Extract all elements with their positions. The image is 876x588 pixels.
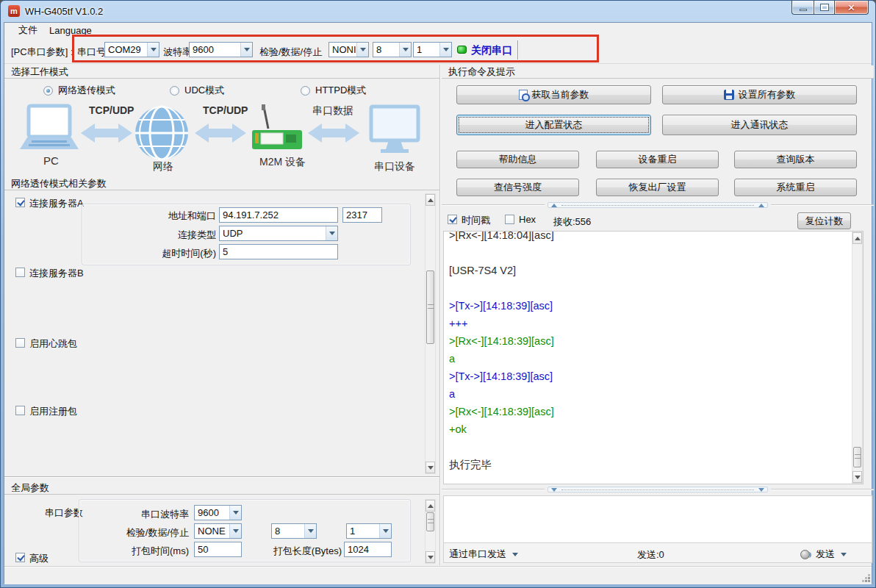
scroll-up-icon[interactable] <box>426 500 435 512</box>
close-button[interactable]: ✕ <box>835 1 869 15</box>
serial-settings-highlight <box>72 35 599 62</box>
button-label: 设置所有参数 <box>739 88 796 101</box>
server-a-port-input[interactable]: 2317 <box>342 207 382 223</box>
global-stopbits-combo[interactable]: 1 <box>346 523 392 539</box>
scrollbar-thumb[interactable] <box>853 447 861 467</box>
conn-type-value: UDP <box>220 226 326 240</box>
global-baud-label: 串口波特率 <box>108 508 189 521</box>
chevron-down-icon[interactable] <box>304 524 316 538</box>
arrow-icon <box>81 123 132 143</box>
timeout-input[interactable]: 5 <box>219 244 338 259</box>
addr-port-label: 地址和端口 <box>121 209 216 223</box>
menu-file[interactable]: 文件 <box>13 23 43 37</box>
button-label: 获取当前参数 <box>532 88 589 101</box>
enter-config-button[interactable]: 进入配置状态 <box>456 115 651 135</box>
radio-httpd-mode[interactable]: HTTPD模式 <box>301 84 366 97</box>
splitter-handle[interactable] <box>548 202 768 208</box>
log-line: >[Tx->][14:18:39][asc] <box>449 297 863 315</box>
chevron-down-icon[interactable] <box>229 506 241 520</box>
chevron-down-icon[interactable] <box>326 226 337 240</box>
system-restart-button[interactable]: 系统重启 <box>734 179 857 196</box>
m2m-device-icon <box>252 104 302 149</box>
server-a-checkbox[interactable]: 连接服务器A <box>15 198 84 210</box>
button-label: 进入配置状态 <box>525 118 583 132</box>
chevron-down-icon[interactable] <box>379 524 391 538</box>
packlen-input[interactable]: 1024 <box>344 542 392 557</box>
query-version-button[interactable]: 查询版本 <box>734 151 857 168</box>
help-button[interactable]: 帮助信息 <box>456 151 579 168</box>
resize-grip[interactable] <box>861 573 870 582</box>
chevron-down-icon[interactable] <box>229 524 241 538</box>
log-output[interactable]: >[Rx<-][14:18:04][asc] [USR-7S4 V2] >[Tx… <box>443 231 864 484</box>
global-baud-value: 9600 <box>195 506 229 520</box>
global-stopbits-value: 1 <box>347 524 379 538</box>
splitter-handle[interactable] <box>548 487 768 492</box>
window-title: WH-G405tf V1.0.2 <box>25 6 103 17</box>
global-params-section-title: 全局参数 <box>4 481 439 495</box>
factory-reset-button[interactable]: 恢复出厂设置 <box>596 179 719 196</box>
minimize-button[interactable] <box>791 1 814 15</box>
window-controls: ✕ <box>791 1 869 15</box>
query-signal-button[interactable]: 查信号强度 <box>456 179 579 196</box>
global-scrollbar[interactable] <box>425 499 436 564</box>
reset-count-button[interactable]: 复位计数 <box>797 212 851 229</box>
pc-serial-params-label: [PC串口参数] : <box>11 46 73 59</box>
enter-comm-button[interactable]: 进入通讯状态 <box>662 115 857 135</box>
log-splitter[interactable] <box>442 202 874 208</box>
send-input[interactable] <box>443 495 872 542</box>
title-bar[interactable]: m WH-G405tf V1.0.2 ✕ <box>1 1 875 22</box>
link2-label: TCP/UDP <box>203 104 248 116</box>
link1-label: TCP/UDP <box>89 104 134 116</box>
radio-label: UDC模式 <box>184 84 224 97</box>
panel-divider[interactable] <box>439 65 440 565</box>
timestamp-checkbox[interactable]: 时间戳 <box>448 215 490 227</box>
packtime-input[interactable]: 50 <box>194 542 242 557</box>
get-params-button[interactable]: 获取当前参数 <box>456 85 651 104</box>
chevron-down-icon <box>512 553 518 559</box>
radio-net-transparent-mode[interactable]: 网络透传模式 <box>43 84 115 97</box>
global-parity-combo[interactable]: NONE <box>194 523 242 539</box>
server-a-address-input[interactable]: 94.191.7.252 <box>219 207 338 223</box>
network-globe-icon <box>135 107 188 159</box>
set-params-button[interactable]: 设置所有参数 <box>662 85 857 104</box>
conn-type-combo[interactable]: UDP <box>219 226 338 241</box>
radio-udc-mode[interactable]: UDC模式 <box>170 84 224 97</box>
scroll-down-icon[interactable] <box>426 551 435 563</box>
scrollbar-thumb[interactable] <box>426 270 434 344</box>
scrollbar-thumb[interactable] <box>426 512 434 531</box>
collapse-up-icon <box>758 201 764 207</box>
global-databits-value: 8 <box>272 524 304 538</box>
collapse-down-icon <box>551 488 557 495</box>
log-line: >[Rx<-][14:18:04][asc] <box>449 231 863 244</box>
device-restart-button[interactable]: 设备重启 <box>596 151 719 168</box>
regpack-checkbox[interactable]: 启用注册包 <box>15 406 77 418</box>
checkbox-icon <box>505 215 514 224</box>
scroll-up-icon[interactable] <box>426 194 435 206</box>
left-panel-scrollbar[interactable] <box>425 193 436 474</box>
button-label: 设备重启 <box>639 153 677 166</box>
maximize-button[interactable] <box>814 1 835 15</box>
server-b-checkbox[interactable]: 连接服务器B <box>15 268 84 280</box>
checkbox-label: 连接服务器B <box>29 267 84 280</box>
global-baud-combo[interactable]: 9600 <box>194 505 242 520</box>
global-databits-combo[interactable]: 8 <box>271 523 317 539</box>
arrow-icon <box>195 123 246 143</box>
log-scrollbar[interactable] <box>852 232 863 484</box>
send-button[interactable]: 发送 <box>800 548 847 561</box>
checkbox-icon <box>15 553 25 562</box>
send-via-serial-dropdown[interactable]: 通过串口发送 <box>449 548 518 561</box>
radio-icon <box>43 86 53 96</box>
hex-checkbox[interactable]: Hex <box>505 215 536 225</box>
net-params-section-title: 网络透传模式相关参数 <box>4 177 439 190</box>
heartbeat-checkbox[interactable]: 启用心跳包 <box>15 338 77 351</box>
scroll-down-icon[interactable] <box>426 462 435 473</box>
log-line: a <box>449 350 863 368</box>
button-label: 进入通讯状态 <box>731 118 789 132</box>
recv-count-label: 接收:556 <box>553 215 591 229</box>
scroll-up-icon[interactable] <box>852 232 862 244</box>
log-line: a <box>449 385 863 403</box>
send-splitter[interactable] <box>442 487 874 492</box>
advanced-checkbox[interactable]: 高级 <box>15 553 49 565</box>
log-line: +ok <box>449 420 863 438</box>
scroll-down-icon[interactable] <box>852 471 862 483</box>
